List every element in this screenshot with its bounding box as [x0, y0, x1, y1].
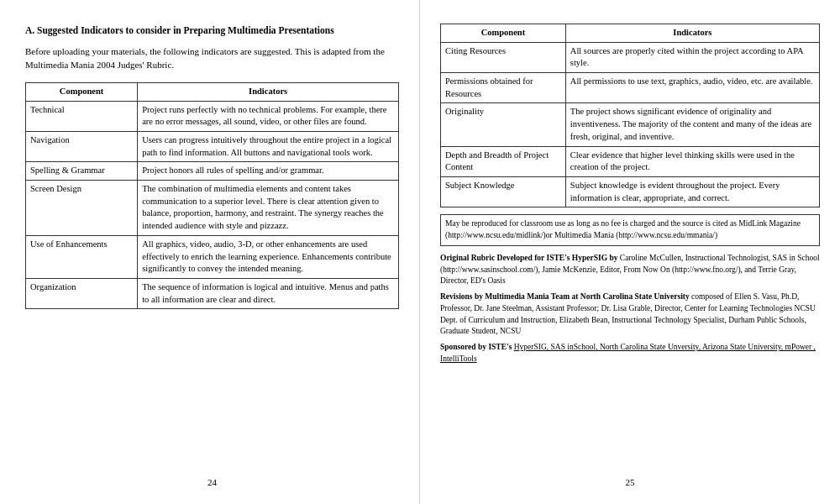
attribution1-bold: Original Rubric Developed for ISTE's Hyp…: [440, 254, 617, 262]
indicator-cell: The project shows significant evidence o…: [565, 103, 819, 146]
left-page-number: 24: [25, 470, 399, 487]
component-cell: Permissions obtained for Resources: [441, 73, 566, 103]
component-cell: Depth and Breadth of Project Content: [441, 146, 566, 176]
table-row: Screen DesignThe combination of multimed…: [26, 181, 399, 236]
component-cell: Originality: [441, 103, 566, 146]
indicator-cell: Users can progress intuitively throughou…: [138, 132, 399, 162]
indicator-cell: Subject knowledge is evident throughout …: [565, 176, 819, 207]
component-cell: Citing Resources: [441, 42, 566, 72]
component-cell: Screen Design: [26, 181, 138, 236]
right-col-header-indicators: Indicators: [565, 24, 819, 43]
table-row: Citing ResourcesAll sources are properly…: [441, 42, 820, 72]
component-cell: Navigation: [26, 132, 138, 162]
indicator-cell: All graphics, video, audio, 3-D, or othe…: [138, 235, 399, 278]
indicator-cell: All permissions to use text, graphics, a…: [565, 73, 819, 103]
attribution1: Original Rubric Developed for ISTE's Hyp…: [440, 253, 820, 287]
footer-note-text: May be reproduced for classroom use as l…: [445, 219, 801, 239]
attribution-section: Original Rubric Developed for ISTE's Hyp…: [440, 253, 820, 370]
right-page-number: 25: [440, 470, 820, 487]
component-cell: Use of Enhancements: [26, 235, 138, 278]
component-cell: Spelling & Grammar: [26, 162, 138, 181]
component-cell: Technical: [26, 101, 138, 131]
left-table: Component Indicators TechnicalProject ru…: [25, 82, 399, 309]
page-container: A. Suggested Indicators to consider in P…: [0, 0, 840, 504]
sponsored-line: Sponsored by ISTE's HyperSIG, SAS inScho…: [440, 342, 820, 365]
table-row: Permissions obtained for ResourcesAll pe…: [441, 73, 820, 103]
footer-note: May be reproduced for classroom use as l…: [440, 214, 820, 246]
indicator-cell: Clear evidence that higher level thinkin…: [565, 146, 819, 176]
table-row: TechnicalProject runs perfectly with no …: [26, 101, 399, 131]
right-col-header-component: Component: [441, 24, 566, 43]
component-cell: Subject Knowledge: [441, 176, 566, 207]
sponsored-label: Sponsored by ISTE's: [440, 343, 512, 351]
table-row: OrganizationThe sequence of information …: [26, 278, 399, 308]
indicator-cell: The sequence of information is logical a…: [138, 278, 399, 308]
table-row: OriginalityThe project shows significant…: [441, 103, 820, 146]
left-col-header-indicators: Indicators: [138, 82, 399, 101]
indicator-cell: The combination of multimedia elements a…: [138, 181, 399, 236]
attribution2-bold: Revisions by Multimedia Mania Team at No…: [440, 292, 690, 301]
indicator-cell: Project runs perfectly with no technical…: [138, 101, 399, 131]
indicator-cell: Project honors all rules of spelling and…: [138, 162, 399, 181]
right-page: Component Indicators Citing ResourcesAll…: [420, 0, 840, 504]
table-row: NavigationUsers can progress intuitively…: [26, 132, 399, 162]
left-page: A. Suggested Indicators to consider in P…: [0, 0, 420, 504]
intro-text: Before uploading your materials, the fol…: [25, 45, 399, 72]
table-row: Use of EnhancementsAll graphics, video, …: [26, 235, 399, 278]
indicator-cell: All sources are properly cited within th…: [565, 42, 819, 72]
table-row: Spelling & GrammarProject honors all rul…: [26, 162, 399, 181]
left-section-title: A. Suggested Indicators to consider in P…: [25, 24, 399, 37]
left-col-header-component: Component: [26, 82, 138, 101]
component-cell: Organization: [26, 278, 138, 308]
table-row: Subject KnowledgeSubject knowledge is ev…: [441, 176, 820, 207]
table-row: Depth and Breadth of Project ContentClea…: [441, 146, 820, 176]
right-table: Component Indicators Citing ResourcesAll…: [440, 24, 820, 207]
attribution2: Revisions by Multimedia Mania Team at No…: [440, 291, 820, 338]
